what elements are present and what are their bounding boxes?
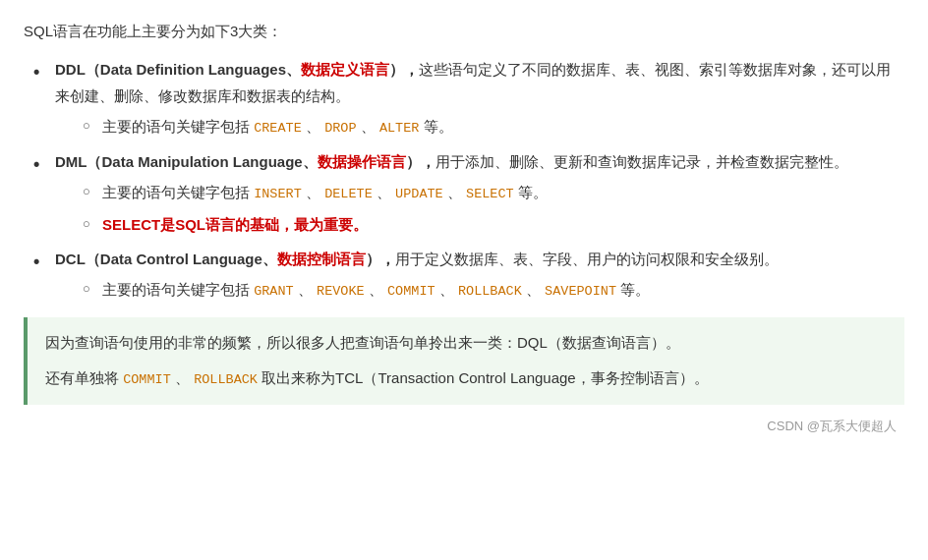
note-line-1: 因为查询语句使用的非常的频繁，所以很多人把查询语句单拎出来一类：DQL（数据查询… (45, 329, 887, 358)
dml-sub-item-2: SELECT是SQL语言的基础，最为重要。 (83, 211, 904, 238)
dml-sub-item-1: 主要的语句关键字包括 INSERT 、 DELETE 、 UPDATE 、 SE… (83, 179, 904, 206)
footer-credit: CSDN @瓦系大便超人 (24, 415, 904, 437)
main-list: DDL（Data Definition Languages、数据定义语言），这些… (24, 56, 904, 304)
note-line-2: 还有单独将 COMMIT 、 ROLLBACK 取出来称为TCL（Transac… (45, 364, 887, 393)
note-box: 因为查询语句使用的非常的频繁，所以很多人把查询语句单拎出来一类：DQL（数据查询… (24, 317, 904, 405)
list-item-ddl: DDL（Data Definition Languages、数据定义语言），这些… (33, 56, 904, 140)
intro-text: SQL语言在功能上主要分为如下3大类： (24, 18, 904, 44)
ddl-sub-text: 主要的语句关键字包括 CREATE 、 DROP 、 ALTER 等。 (102, 118, 453, 135)
dml-sub-text-2: SELECT是SQL语言的基础，最为重要。 (102, 216, 368, 233)
dcl-sub-text: 主要的语句关键字包括 GRANT 、 REVOKE 、 COMMIT 、 ROL… (102, 281, 650, 298)
list-item-dml: DML（Data Manipulation Language、数据操作语言），用… (33, 148, 904, 237)
dcl-sub-item-1: 主要的语句关键字包括 GRANT 、 REVOKE 、 COMMIT 、 ROL… (83, 276, 904, 304)
ddl-sublist: 主要的语句关键字包括 CREATE 、 DROP 、 ALTER 等。 (55, 113, 904, 140)
ddl-prefix: DDL（Data Definition Languages、数据定义语言），这些… (55, 61, 891, 104)
dml-sublist: 主要的语句关键字包括 INSERT 、 DELETE 、 UPDATE 、 SE… (55, 179, 904, 237)
dml-sub-text-1: 主要的语句关键字包括 INSERT 、 DELETE 、 UPDATE 、 SE… (102, 184, 548, 200)
dcl-prefix: DCL（Data Control Language、数据控制语言），用于定义数据… (55, 251, 779, 267)
list-item-dcl: DCL（Data Control Language、数据控制语言），用于定义数据… (33, 246, 904, 304)
dcl-sublist: 主要的语句关键字包括 GRANT 、 REVOKE 、 COMMIT 、 ROL… (55, 276, 904, 304)
ddl-sub-item-1: 主要的语句关键字包括 CREATE 、 DROP 、 ALTER 等。 (83, 113, 904, 140)
dml-prefix: DML（Data Manipulation Language、数据操作语言），用… (55, 153, 848, 170)
